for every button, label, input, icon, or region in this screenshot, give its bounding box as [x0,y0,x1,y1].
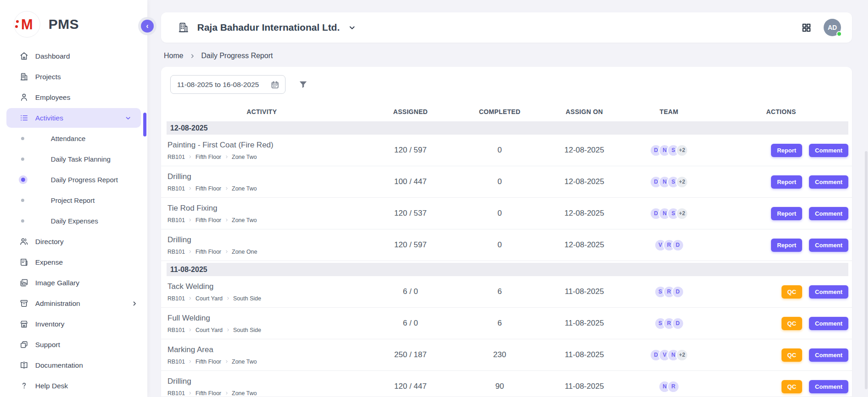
sidebar-subitem-project-report[interactable]: Project Report [0,190,147,211]
building-icon [19,72,29,82]
sidebar-subitem-daily-expenses[interactable]: Daily Expenses [0,211,147,231]
report-button[interactable]: Report [771,207,802,220]
sidebar-item-expense[interactable]: Expense [0,252,147,272]
assign-on-date: 12-08-2025 [541,177,628,186]
path-segment: RB101 [167,185,185,192]
assign-on-date: 11-08-2025 [541,319,628,328]
report-button[interactable]: Report [771,144,802,157]
activity-location-path: RB101Court YardSouth Side [167,327,362,333]
path-segment: Fifth Floor [195,154,221,160]
comment-button[interactable]: Comment [809,348,848,362]
comment-button[interactable]: Comment [809,144,848,157]
assigned-value: 6 / 0 [362,319,458,328]
report-button[interactable]: Report [771,175,802,189]
table-row: Drilling RB101Fifth FloorZone Two 100 / … [161,166,852,198]
sidebar-collapse-button[interactable]: ‹ [141,20,154,33]
path-segment: RB101 [167,390,185,397]
sidebar-item-activities[interactable]: Activities [6,108,141,128]
chevron-right-icon [188,296,192,300]
qc-button[interactable]: QC [782,348,803,362]
team-avatars: DNS+2 [628,176,710,188]
qc-button[interactable]: QC [782,317,803,330]
home-icon [19,51,29,61]
team-avatars: SRD [628,286,710,298]
assigned-value: 120 / 597 [362,146,458,155]
path-segment: Court Yard [195,295,222,302]
filter-icon[interactable] [298,79,308,90]
logo-mark-icon: M [14,11,40,38]
chevron-right-icon [131,300,138,307]
page-scrollbar-thumb[interactable] [865,151,868,389]
bullet-dot-icon [21,178,25,182]
bullet-dot-icon [21,137,24,140]
assign-on-date: 11-08-2025 [541,350,628,359]
apps-grid-icon[interactable] [801,22,812,33]
team-member-avatar: D [672,317,684,330]
comment-button[interactable]: Comment [809,285,848,299]
app-logo[interactable]: M PMS [0,0,147,45]
sidebar-item-employees[interactable]: Employees [0,87,147,108]
sidebar-item-help-desk[interactable]: Help Desk [0,375,147,396]
user-avatar[interactable]: AD [824,19,841,36]
qc-button[interactable]: QC [782,285,803,299]
sidebar-subitem-daily-task-planning[interactable]: Daily Task Planning [0,149,147,169]
comment-button[interactable]: Comment [809,175,848,189]
column-header-completed: COMPLETED [458,108,541,115]
company-selector[interactable]: Raja Bahadur International Ltd. [178,22,356,33]
assigned-value: 250 / 187 [362,350,458,359]
sidebar-item-projects[interactable]: Projects [0,66,147,87]
table-row: Drilling RB101Fifth FloorZone Two 120 / … [161,371,852,397]
top-header-bar: Raja Bahadur International Ltd. AD [161,12,852,43]
team-more-count: +2 [676,349,688,361]
comment-button[interactable]: Comment [809,207,848,220]
assign-on-date: 11-08-2025 [541,287,628,296]
chevron-right-icon [188,391,192,395]
book-icon [19,360,29,370]
assigned-value: 120 / 537 [362,209,458,218]
activity-location-path: RB101Fifth FloorZone One [167,249,362,255]
activity-location-path: RB101Fifth FloorZone Two [167,359,362,365]
comment-button[interactable]: Comment [809,380,848,393]
table-row: Painting - First Coat (Fire Red) RB101Fi… [161,135,852,166]
assign-on-date: 12-08-2025 [541,240,628,250]
comment-button[interactable]: Comment [809,317,848,330]
team-avatars: DNS+2 [628,207,710,220]
path-segment: Fifth Floor [195,185,221,192]
date-group-header: 12-08-2025 [167,121,848,135]
breadcrumb-home[interactable]: Home [164,52,183,60]
column-header-team: TEAM [628,108,710,115]
sidebar-scrollbar-thumb[interactable] [143,113,146,136]
archive-icon [19,299,29,308]
table-body: 12-08-2025 Painting - First Coat (Fire R… [161,121,852,397]
main-area: Raja Bahadur International Ltd. AD Home [147,0,868,397]
comment-button[interactable]: Comment [809,239,848,252]
completed-value: 0 [458,240,541,250]
qc-button[interactable]: QC [782,380,803,393]
sidebar-subitem-attendance[interactable]: Attendance [0,128,147,149]
chevron-right-icon [225,359,229,364]
team-member-avatar: D [672,286,684,298]
team-avatars: SRD [628,317,710,330]
activity-title: Tack Welding [167,282,362,291]
logo-letter: M [21,17,33,32]
sidebar-item-administration[interactable]: Administration [0,293,147,314]
activity-title: Tie Rod Fixing [167,204,362,213]
completed-value: 90 [458,382,541,391]
report-button[interactable]: Report [771,239,802,252]
sidebar-item-documentation[interactable]: Documentation [0,355,147,375]
activity-location-path: RB101Fifth FloorZone Two [167,154,362,160]
person-icon [19,92,29,102]
path-segment: Fifth Floor [195,359,221,365]
activity-title: Marking Area [167,345,362,354]
sidebar-item-directory[interactable]: Directory [0,231,147,252]
table-row: Tie Rod Fixing RB101Fifth FloorZone Two … [161,198,852,229]
people-icon [19,237,29,246]
table-row: Tack Welding RB101Court YardSouth Side 6… [161,276,852,308]
date-range-input[interactable]: 11-08-2025 to 16-08-2025 [170,75,286,94]
sidebar-item-inventory[interactable]: Inventory [0,314,147,334]
sidebar-item-image-gallary[interactable]: Image Gallary [0,272,147,293]
sidebar-subitem-daily-progress-report[interactable]: Daily Progress Report [0,169,147,190]
sidebar-item-dashboard[interactable]: Dashboard [0,46,147,66]
sidebar-item-support[interactable]: Support [0,334,147,355]
path-segment: RB101 [167,359,185,365]
